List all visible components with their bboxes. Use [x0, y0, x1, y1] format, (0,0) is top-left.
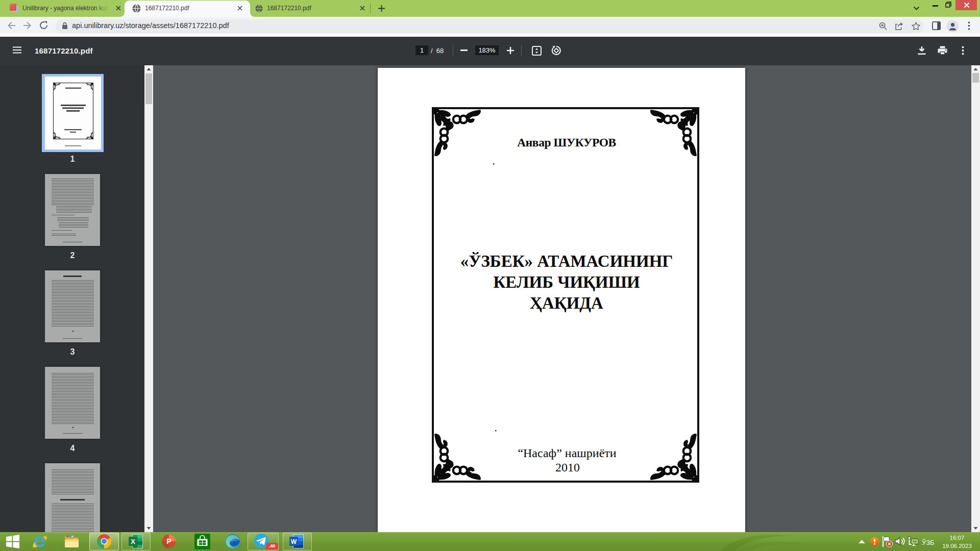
- svg-text:P: P: [166, 537, 172, 545]
- svg-text:W: W: [291, 538, 297, 545]
- svg-text:X: X: [131, 538, 135, 545]
